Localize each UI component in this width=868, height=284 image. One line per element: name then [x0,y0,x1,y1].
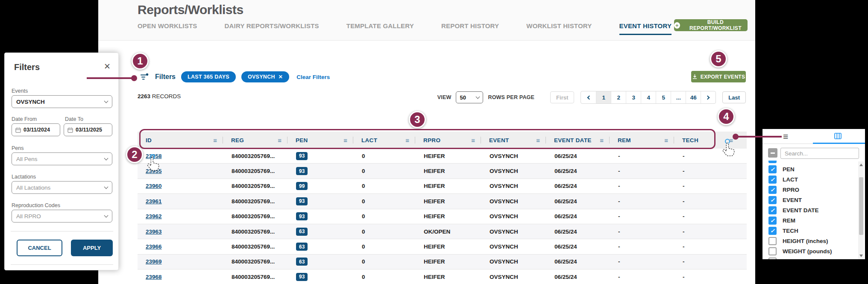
column-menu-icon[interactable]: ≡ [536,137,540,143]
filter-chip-last-365-days[interactable]: LAST 365 DAYS [181,71,236,82]
chip-close-icon[interactable]: ✕ [279,74,283,80]
tab-worklist-history[interactable]: WORKLIST HISTORY [526,22,592,34]
select-all-checkbox-indeterminate[interactable] [768,148,777,158]
column-header-pen[interactable]: PEN≡ [287,132,353,149]
tab-open-worklists[interactable]: OPEN WORKLISTS [138,22,197,34]
tab-event-history[interactable]: EVENT HISTORY [619,22,672,35]
column-option-weight[interactable]: WEIGHT (pounds) [762,246,857,256]
date-from-field[interactable]: 03/11/2024 [12,123,60,136]
date-to-field[interactable]: 03/11/2025 [64,123,112,136]
page-button-1[interactable]: 1 [596,91,611,103]
column-option-tech[interactable]: ✓TECH [762,225,857,236]
table-row[interactable]: 23968 840003205769... 93 0 HEIFER OVSYNC… [138,269,747,284]
checkbox-unchecked-icon[interactable] [768,258,777,260]
checkbox-checked-icon[interactable]: ✓ [768,217,777,225]
column-header-rpro[interactable]: RPRO≡ [415,132,481,149]
table-row[interactable]: 23958 840003205769... 93 0 HEIFER OVSYNC… [138,149,747,164]
column-menu-icon[interactable]: ≡ [664,137,668,143]
build-report-worklist-button[interactable]: + BUILD REPORT/WORKLIST [674,19,748,31]
column-menu-icon[interactable]: ≡ [278,137,282,143]
column-menu-icon[interactable]: ≡ [471,137,475,143]
filter-chip-ovsynch[interactable]: OVSYNCH ✕ [241,71,289,82]
tab-template-gallery[interactable]: TEMPLATE GALLERY [346,22,414,34]
column-header-id[interactable]: ID≡ [138,132,223,149]
animal-id-link[interactable]: 23963 [146,228,162,235]
scrollbar-thumb[interactable] [859,177,863,235]
animal-id-link[interactable]: 23969 [146,258,162,265]
apply-button[interactable]: APPLY [71,240,113,256]
table-row[interactable]: 23960 840003205769... 99 0 HEIFER OVSYNC… [138,179,747,194]
close-icon[interactable]: ✕ [104,61,111,71]
column-header-event[interactable]: EVENT≡ [481,132,546,149]
table-row[interactable]: 23966 840003205769... 63 0 HEIFER OVSYNC… [138,239,747,254]
tab-dairy-reports-worklists[interactable]: DAIRY REPORTS/WORKLISTS [224,22,319,34]
last-page-button[interactable]: Last [722,91,746,103]
animal-id-link[interactable]: 23960 [146,183,162,189]
checkbox-checked-icon[interactable]: ✓ [768,206,777,214]
column-header-rem[interactable]: REM≡ [610,132,674,149]
prev-page-button[interactable] [581,91,596,103]
animal-id-link[interactable]: 23962 [146,213,162,220]
first-page-button[interactable]: First [550,91,574,103]
column-option-event[interactable]: ✓EVENT [762,195,857,205]
column-menu-icon[interactable]: ≡ [343,137,347,143]
column-option-event-date[interactable]: ✓EVENT DATE [762,205,857,215]
annotation-callout-5: 5 [710,50,727,67]
column-menu-icon[interactable]: ≡ [213,137,217,143]
events-select[interactable]: OVSYNCH [12,95,112,108]
column-header-event-date[interactable]: EVENT DATE≡ [546,132,610,149]
column-option-lact[interactable]: ✓LACT [762,174,857,184]
column-option-list: ✓ ✓PEN ✓LACT ✓RPRO ✓EVENT ✓EVENT DATE ✓R… [762,161,857,259]
column-option-partial[interactable] [762,256,857,259]
column-menu-icon[interactable]: ≡ [600,137,604,143]
records-number: 2263 [138,93,150,100]
checkbox-checked-icon[interactable]: ✓ [768,161,777,163]
column-header-reg[interactable]: REG≡ [223,132,287,149]
tech-cell: - [674,243,747,250]
animal-id-link[interactable]: 23966 [146,243,162,250]
filter-funnel-icon[interactable] [140,73,150,81]
pens-select[interactable]: All Pens [12,152,112,165]
column-option-rpro[interactable]: ✓RPRO [762,184,857,195]
menu-tab-icon[interactable]: ≡ [783,132,788,142]
column-header-lact[interactable]: LACT≡ [353,132,415,149]
column-option-height[interactable]: HEIGHT (inches) [762,236,857,246]
page-button-46[interactable]: 46 [686,91,701,103]
checkbox-checked-icon[interactable]: ✓ [768,165,777,173]
table-row[interactable]: 23963 840003205769... 63 0 OK/OPEN OVSYN… [138,224,747,239]
column-option-partial[interactable]: ✓ [762,161,857,164]
column-search-input[interactable] [780,148,859,159]
animal-id-link[interactable]: 23968 [146,274,162,280]
page-button-5[interactable]: 5 [656,91,671,103]
filters-panel-title: Filters [14,62,40,72]
columns-tab-icon[interactable] [834,133,842,141]
table-row[interactable]: 23962 840003205769... 93 0 HEIFER OVSYNC… [138,209,747,224]
table-row[interactable]: 23961 840003205769... 93 0 HEIFER OVSYNC… [138,194,747,209]
animal-id-link[interactable]: 23961 [146,198,162,205]
next-page-button[interactable] [701,91,716,103]
export-events-button[interactable]: EXPORT EVENTS [691,71,746,82]
page-size-select[interactable]: 50 [456,91,483,103]
table-row[interactable]: 23955 840003205769... 93 0 HEIFER OVSYNC… [138,164,747,179]
scrollbar[interactable] [858,161,864,259]
clear-filters-link[interactable]: Clear Filters [296,74,330,80]
column-option-rem[interactable]: ✓REM [762,215,857,225]
reproduction-codes-select[interactable]: All RPRO [12,210,112,223]
lactations-select[interactable]: All Lactations [12,181,112,194]
checkbox-checked-icon[interactable]: ✓ [768,196,777,204]
scroll-down-icon[interactable] [859,255,863,257]
cancel-button[interactable]: CANCEL [17,240,62,256]
checkbox-unchecked-icon[interactable] [768,237,777,245]
checkbox-checked-icon[interactable]: ✓ [768,227,777,235]
table-row[interactable]: 23969 840003205769... 63 0 HEIFER OVSYNC… [138,255,747,269]
checkbox-checked-icon[interactable]: ✓ [768,186,777,194]
checkbox-checked-icon[interactable]: ✓ [768,176,777,184]
tab-report-history[interactable]: REPORT HISTORY [441,22,499,34]
column-option-pen[interactable]: ✓PEN [762,164,857,174]
page-button-3[interactable]: 3 [626,91,641,103]
page-button-2[interactable]: 2 [611,91,626,103]
scroll-up-icon[interactable] [859,164,863,166]
checkbox-unchecked-icon[interactable] [768,247,777,255]
page-button-4[interactable]: 4 [641,91,656,103]
column-menu-icon[interactable]: ≡ [405,137,409,143]
